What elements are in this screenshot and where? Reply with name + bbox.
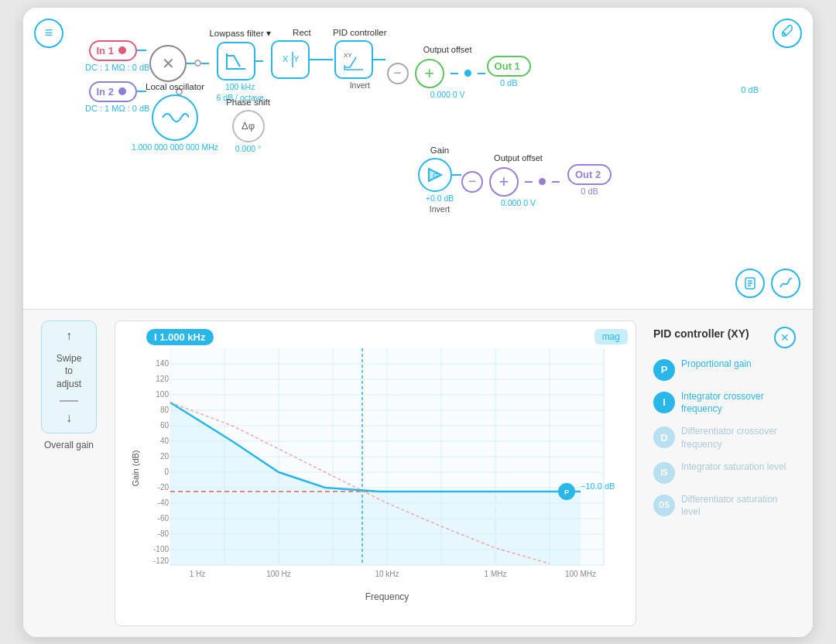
out1-value: 0 dB [500,78,518,87]
minus-button1[interactable]: − [387,63,409,84]
in1-label: In 1 [97,45,114,57]
legend-label-p: Proportional gain [681,358,752,371]
in1-dc-label: DC : 1 MΩ : 0 dB [85,63,149,72]
chart-svg: 140 120 100 80 60 40 20 0 -20 -40 -60 -8… [146,348,628,581]
input1-block: In 1 DC : 1 MΩ : 0 dB [85,40,149,72]
svg-text:-120: -120 [153,557,169,565]
svg-text:60: 60 [160,421,170,430]
svg-text:140: 140 [156,359,169,368]
in1-dot [118,46,126,54]
svg-text:-100: -100 [153,545,169,553]
pid-out-connector [373,59,385,60]
legend-item-is: IS Integrator saturation level [653,461,796,484]
legend-dot-p[interactable]: P [653,359,675,381]
overall-gain-label: Overall gain [44,440,94,450]
svg-text:P: P [564,488,569,496]
osc-component[interactable] [152,94,198,141]
output-offset2-value: 0.000 0 V [501,198,536,207]
gain-component[interactable]: G [418,158,452,192]
gain-label: Gain [430,146,449,155]
phase-component[interactable]: Δφ [232,110,265,142]
input2-pill[interactable]: In 2 [89,81,137,102]
offset2-connector [525,181,533,183]
rect-label: Rect [293,28,311,37]
arrow-up[interactable]: ↑ [66,329,72,343]
svg-text:−10.0 dB: −10.0 dB [581,481,615,491]
rect-component[interactable]: X Y [271,40,310,79]
legend-item-d: D Differentiator crossover frequency [653,425,796,451]
mixer-component[interactable]: ✕ [149,45,187,82]
svg-text:1 MHz: 1 MHz [485,570,507,578]
svg-text:100: 100 [156,390,169,399]
dash-divider [60,400,78,402]
svg-text:-60: -60 [158,514,170,522]
notes-button[interactable] [735,269,765,298]
swipe-box: ↑ Swipetoadjust ↓ [41,320,97,433]
plus-button1[interactable]: + [415,59,444,88]
minus-button2[interactable]: − [461,171,483,193]
close-icon: ✕ [780,331,790,344]
lpf-component[interactable] [217,42,255,80]
phase-value: 0.000 ° [235,144,261,153]
svg-text:40: 40 [160,437,170,445]
svg-text:120: 120 [156,375,169,383]
pid-component[interactable]: XY [334,40,373,79]
out1-pill[interactable]: Out 1 [487,56,531,77]
svg-text:G: G [433,172,438,180]
gain-axis-label: Gain (dB) [131,450,140,486]
svg-text:1 Hz: 1 Hz [190,570,206,578]
output-offset1-area: Output offset − + 0.000 0 V Out 1 [387,45,531,99]
svg-text:X: X [283,54,289,63]
in2-dot [118,87,126,95]
freq-marker-label: I 1.000 kHz [154,331,206,343]
freq-marker[interactable]: I 1.000 kHz [146,329,214,345]
mixer-symbol: ✕ [162,54,175,73]
osc-freq: 1.000 000 000 000 MHz [132,142,218,152]
lpf-out-connector [255,60,263,62]
legend-dot-ds[interactable]: DS [653,495,675,516]
svg-text:100 MHz: 100 MHz [565,570,596,578]
input1-pill[interactable]: In 1 [89,40,137,61]
legend-item-ds: DS Differentiator saturation level [653,493,796,519]
gain-block: Gain G +0.0 dB Invert [418,146,461,214]
bottom-buttons-area [735,269,800,298]
svg-text:-80: -80 [158,529,170,538]
legend-title: PID controller (XY) [653,327,749,340]
main-container: ≡ In 1 [23,8,813,637]
pre-out1-connector [478,73,485,74]
chart-button[interactable] [771,269,800,298]
swipe-text: Swipetoadjust [57,352,82,391]
arrow-down[interactable]: ↓ [66,411,72,425]
svg-text:-40: -40 [158,498,170,507]
svg-text:-20: -20 [158,483,170,492]
top-panel: ≡ In 1 [23,8,813,310]
legend-dot-is[interactable]: IS [653,462,675,484]
output-offset1-label: Output offset [423,45,472,54]
out2-label: Out 2 [575,169,601,180]
menu-button[interactable]: ≡ [34,19,63,48]
lpf-freq: 100 kHz [225,82,255,91]
swipe-panel: ↑ Swipetoadjust ↓ Overall gain [34,320,104,626]
legend-label-ds: Differentiator saturation level [681,493,796,519]
legend-item-i: I Integrator crossover frequency [653,390,796,416]
chart-area: I 1.000 kHz mag Gain (dB) [115,320,636,626]
connector-dot1 [194,60,201,67]
offset1-dot [464,70,471,77]
legend-close-button[interactable]: ✕ [774,327,796,348]
legend-dot-i[interactable]: I [653,392,675,413]
gain-out-connector [452,174,461,176]
pid-label: PID controller [333,28,387,37]
chart-container: Gain (dB) [146,348,628,588]
pid-block: PID controller XY Invert [333,28,387,90]
rect-block: Rect X Y [271,28,333,79]
mixer-out-connector [187,63,194,64]
plus-button2[interactable]: + [489,167,519,197]
out2-value: 0 dB [581,187,598,196]
out2-pill[interactable]: Out 2 [567,164,612,185]
legend-panel: PID controller (XY) ✕ P Proportional gai… [647,320,802,626]
phase-shift-block: Phase shift Δφ 0.000 ° [226,98,270,153]
legend-dot-d[interactable]: D [653,426,675,448]
svg-text:20: 20 [160,452,170,461]
settings-button[interactable] [773,19,802,48]
gain-value: +0.0 dB [426,194,454,203]
